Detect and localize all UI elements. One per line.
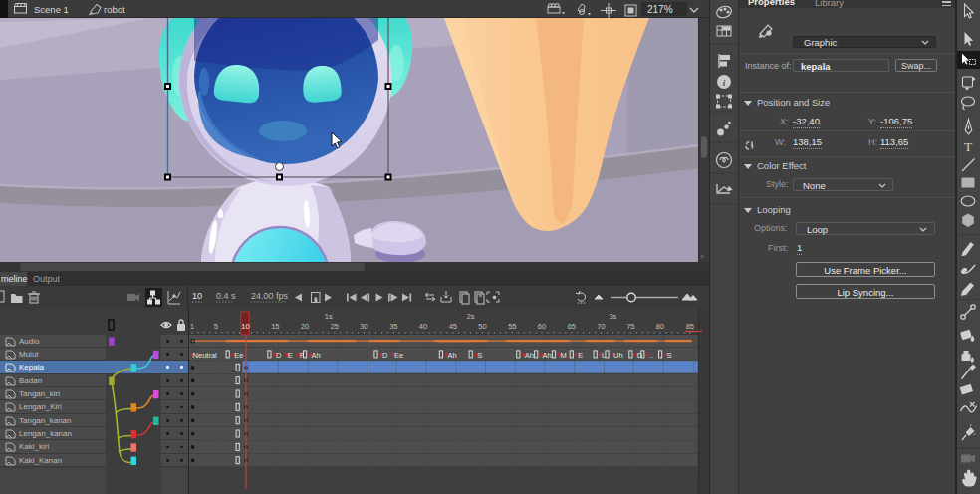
svg-text:S: S: [667, 351, 672, 360]
svg-text:0.4 s: 0.4 s: [216, 291, 236, 301]
svg-text:L: L: [602, 351, 606, 360]
svg-text:15: 15: [271, 322, 279, 331]
svg-text:2s: 2s: [467, 312, 475, 321]
svg-text:E: E: [578, 351, 583, 360]
svg-text:24.00 fps: 24.00 fps: [251, 291, 289, 301]
svg-text:3s: 3s: [609, 312, 616, 321]
svg-text:Ee: Ee: [394, 351, 403, 360]
svg-text:55: 55: [508, 322, 516, 331]
svg-text:S: S: [477, 351, 482, 360]
svg-text:70: 70: [597, 322, 605, 331]
svg-text:60: 60: [538, 322, 546, 331]
svg-text:Ah: Ah: [525, 351, 534, 360]
svg-text:Ah: Ah: [447, 351, 456, 360]
svg-text:35: 35: [389, 322, 397, 331]
svg-text:20: 20: [301, 322, 309, 331]
svg-text:D: D: [637, 351, 643, 360]
svg-text:10: 10: [192, 291, 202, 301]
svg-text:75: 75: [626, 322, 634, 331]
svg-text:30: 30: [360, 322, 368, 331]
svg-text:Neutral: Neutral: [193, 351, 218, 360]
svg-text:robot: robot: [104, 4, 125, 15]
svg-text:Scene 1: Scene 1: [34, 4, 69, 15]
svg-text:217%: 217%: [647, 4, 673, 15]
svg-text:T: T: [964, 139, 973, 154]
svg-text:25: 25: [331, 322, 339, 331]
svg-text:65: 65: [568, 322, 576, 331]
svg-text:50: 50: [478, 322, 486, 331]
svg-text:Uh: Uh: [613, 351, 623, 360]
svg-text:Ee: Ee: [234, 351, 243, 360]
svg-text:E: E: [288, 351, 293, 360]
svg-text:D: D: [382, 351, 388, 360]
svg-text:85: 85: [686, 322, 694, 331]
svg-text:D: D: [276, 351, 282, 360]
svg-text:..: ..: [649, 351, 653, 360]
svg-text:Ah: Ah: [543, 351, 552, 360]
svg-text:M: M: [561, 351, 567, 360]
svg-text:F: F: [300, 351, 305, 360]
svg-text:1s: 1s: [325, 312, 333, 321]
svg-text:40: 40: [419, 322, 427, 331]
svg-text:Ah: Ah: [312, 351, 321, 360]
svg-text:45: 45: [449, 322, 457, 331]
svg-text:1: 1: [190, 322, 194, 331]
svg-text:10: 10: [241, 322, 249, 331]
svg-text:80: 80: [656, 322, 664, 331]
svg-text:5: 5: [214, 322, 218, 331]
